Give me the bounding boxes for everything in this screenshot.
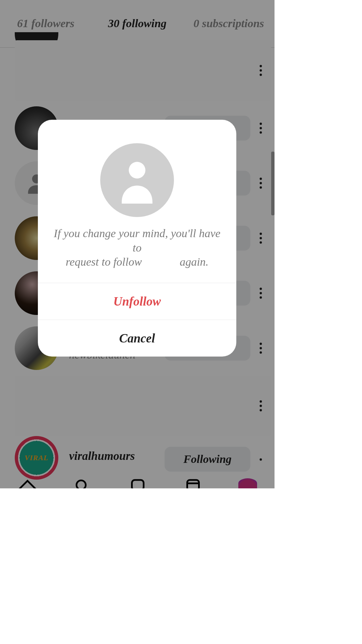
cancel-button[interactable]: Cancel — [38, 320, 236, 357]
dialog-message: If you change your mind, you'll have to … — [38, 217, 236, 283]
unfollow-button[interactable]: Unfollow — [38, 283, 236, 320]
unfollow-confirm-dialog: If you change your mind, you'll have to … — [38, 120, 236, 357]
dialog-avatar — [100, 143, 174, 217]
redacted-username — [145, 258, 177, 268]
svg-point-26 — [129, 162, 145, 179]
